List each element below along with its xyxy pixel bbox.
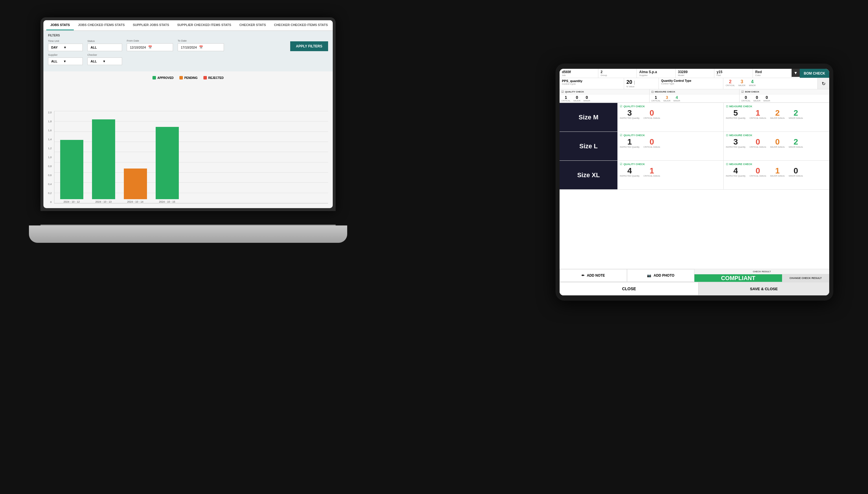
chevron-down-icon-3: ▼ <box>103 60 106 63</box>
from-date-input[interactable]: 12/10/2024 📅 <box>127 43 173 51</box>
size-l-critical: 0 CRITICAL Defects <box>644 138 660 148</box>
legend-rejected: REJECTED <box>203 76 224 79</box>
bc-minor-label: MINOR <box>763 100 770 102</box>
bar-label-1: 2024 - 10 - 12 <box>64 200 79 203</box>
tab-jobs-stats[interactable]: JOBS STATS <box>46 20 74 30</box>
y-label-0: 0 <box>48 201 52 204</box>
add-photo-button[interactable]: 📷 ADD PHOTO <box>627 269 694 282</box>
y-label-04: 0,4 <box>48 183 52 186</box>
compliant-button[interactable]: COMPLIANT <box>694 274 782 282</box>
y-axis: 0 0,2 0,4 0,6 0,8 1,0 1,2 1,4 1,6 1,8 2,… <box>48 111 54 204</box>
chart-container: 0 0,2 0,4 0,6 0,8 1,0 1,2 1,4 1,6 1,8 2,… <box>48 82 328 204</box>
size-xl-quality-vals: 4 INSPECTED Quantity 1 CRITICAL Defects <box>620 167 721 177</box>
tab-supplier-jobs[interactable]: SUPPLIER JOBS STATS <box>129 20 173 30</box>
size-l-m-minor-label: MINOR Defects <box>789 146 803 148</box>
quality-check-icon: ☑ <box>561 90 564 93</box>
qty-numbers: 20 | <box>627 79 656 85</box>
save-close-button[interactable]: SAVE & CLOSE <box>699 282 829 296</box>
add-note-button[interactable]: ✏ ADD NOTE <box>560 269 627 282</box>
defect-numbers: 2 CRITICAL 3 MAJOR 4 MINOR <box>723 78 818 89</box>
part-key: Part <box>717 74 751 77</box>
tab-supplier-checked[interactable]: SUPPLIER CHECKED ITEMS STATS <box>173 20 236 30</box>
bc-critical-label: CRITICAL <box>741 100 751 102</box>
qc-critical-label: CRITICAL <box>561 100 571 102</box>
bom-check-block: ☑ BOM CHECK 0 CRITICAL 0 MAJOR <box>740 89 829 102</box>
apply-filters-button[interactable]: APPLY FILTERS <box>290 41 328 51</box>
major-value: 3 <box>741 79 743 84</box>
change-result-button[interactable]: CHANGE CHECK RESULT <box>782 274 829 282</box>
job-key: Job <box>562 74 596 77</box>
size-row-xl: Size XL ☑ QUALITY CHECK 4 INSPECTED Quan… <box>560 161 829 190</box>
control-cycle-sub: Control Cycle <box>562 83 621 85</box>
bom-check-button[interactable]: BOM CHECK <box>800 69 829 78</box>
qc-minor-val: 0 <box>585 95 588 100</box>
filters-row-2: Supplier ALL ▼ Checker ALL ▼ <box>48 54 328 65</box>
action-right: CHECK RESULT COMPLIANT CHANGE CHECK RESU… <box>694 269 829 282</box>
down-arrow-btn[interactable]: ▼ <box>792 69 800 77</box>
qc-minor: 0 MINOR <box>583 95 590 102</box>
rejected-label: REJECTED <box>208 76 224 79</box>
add-note-label: ADD NOTE <box>587 273 605 278</box>
qty-sub: N Value <box>627 85 656 88</box>
defect-major: 3 MAJOR <box>738 79 746 88</box>
qc-minor-label: MINOR <box>583 100 590 102</box>
mc-major-label: MAJOR <box>664 100 671 102</box>
size-xl-inspected: 4 INSPECTED Quantity <box>620 167 639 177</box>
bc-minor-val: 0 <box>765 95 768 100</box>
tab-checker-stats[interactable]: CHECKER STATS <box>235 20 270 30</box>
size-m-quality-vals: 3 INSPECTED Quantity 0 CRITICAL Defects <box>620 109 721 119</box>
size-l-m-inspected-val: 3 <box>734 138 738 146</box>
y-label-10: 1,0 <box>48 156 52 159</box>
mc-minor-val: 4 <box>675 95 678 100</box>
bar-label-2: 2024 - 10 - 13 <box>95 200 111 203</box>
refresh-button[interactable]: ↻ <box>818 78 829 89</box>
size-xl-quality-header: ☑ QUALITY CHECK <box>620 163 721 166</box>
bc-major-val: 0 <box>756 95 758 100</box>
supplier-key: Supplier <box>639 74 673 77</box>
chart-area: APPROVED PENDING REJECTED 0 <box>43 71 333 208</box>
tab-checker-checked[interactable]: CHECKER CHECKED ITEMS STATS <box>270 20 332 30</box>
size-l-m-major-val: 0 <box>775 138 780 146</box>
filters-row-1: Time Unit DAY ▼ Status ALL <box>48 39 328 51</box>
size-m-m-major: 2 MAJOR Defects <box>770 109 785 119</box>
info-cell-group: 2 Group <box>598 69 637 78</box>
size-xl-quality-title: QUALITY CHECK <box>623 163 645 166</box>
tablet: d569f Job 2 Group Alma S.p.a Supplier 33… <box>556 63 833 301</box>
bc-major: 0 MAJOR <box>754 95 761 102</box>
size-l-measure-header: ⊡ MEASURE CHECK <box>726 134 827 137</box>
size-m-critical: 0 CRITICAL Defects <box>644 109 660 119</box>
pending-dot <box>179 76 183 79</box>
tab-jobs-checked[interactable]: JOBS CHECKED ITEMS STATS <box>74 20 129 30</box>
supplier-value: ALL <box>51 60 57 63</box>
time-unit-select[interactable]: DAY ▼ <box>48 44 83 51</box>
approved-dot <box>152 76 156 79</box>
mc-critical-label: CRITICAL <box>651 100 661 102</box>
tablet-screen: d569f Job 2 Group Alma S.p.a Supplier 33… <box>560 69 829 296</box>
qty-label-cell: PPS_quantity Control Cycle <box>560 78 624 89</box>
close-button[interactable]: CLOSE <box>560 282 699 296</box>
stats-tabs: JOBS STATS JOBS CHECKED ITEMS STATS SUPP… <box>43 20 333 31</box>
info-cell-part: y15 Part <box>715 69 753 78</box>
quality-check-vals: 1 CRITICAL 0 MAJOR 0 MINOR <box>560 95 649 102</box>
pencil-icon: ✏ <box>582 273 584 278</box>
size-m-m-inspected: 5 INSPECTED Quantity <box>726 109 746 119</box>
size-l-m-minor-val: 2 <box>794 138 798 146</box>
chevron-down-icon: ▼ <box>64 46 67 49</box>
time-unit-value: DAY <box>51 46 58 49</box>
status-select[interactable]: ALL <box>87 44 122 51</box>
to-date-input[interactable]: 17/10/2024 📅 <box>178 43 224 51</box>
measure-icon-l: ⊡ <box>726 134 728 137</box>
qc-major-label: MAJOR <box>574 100 581 102</box>
size-m-measure-vals: 5 INSPECTED Quantity 1 CRITICAL Defects … <box>726 109 827 119</box>
bar-1 <box>60 140 83 199</box>
bars-area: 2024 - 10 - 12 2024 - 10 - 13 2024 - 10 … <box>54 111 328 204</box>
status-label: Status <box>87 40 122 42</box>
size-xl-quality: ☑ QUALITY CHECK 4 INSPECTED Quantity 1 <box>617 161 724 189</box>
from-date-filter: From Date 12/10/2024 📅 <box>127 39 173 51</box>
from-date-value: 12/10/2024 <box>130 46 146 49</box>
defect-critical: 2 CRITICAL <box>726 79 735 88</box>
measure-icon-xl: ⊡ <box>726 163 728 166</box>
checker-select[interactable]: ALL ▼ <box>87 58 122 65</box>
supplier-select[interactable]: ALL ▼ <box>48 58 83 65</box>
bc-critical-val: 0 <box>745 95 747 100</box>
